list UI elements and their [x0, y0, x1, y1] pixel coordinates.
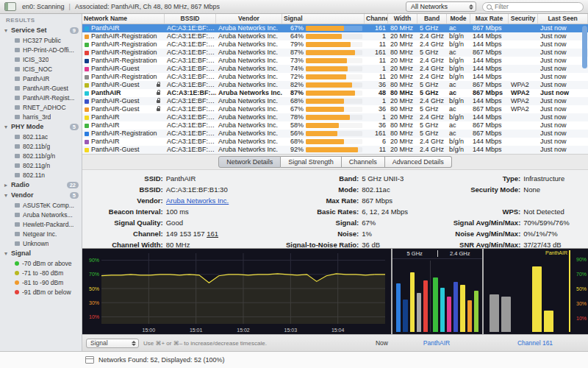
table-scrollbar[interactable] — [581, 24, 587, 154]
column-header-signal[interactable]: Signal — [282, 14, 365, 24]
detail-value: Aruba Networks Inc. — [166, 195, 264, 206]
svg-text:70%: 70% — [89, 272, 99, 277]
item-label: Netgear Inc. — [23, 230, 57, 238]
sidebar-group-radio[interactable]: ▸Radio22 — [0, 180, 82, 190]
disclosure-triangle-icon[interactable]: ▾ — [4, 27, 11, 34]
column-header-band[interactable]: Band — [417, 14, 447, 24]
disclosure-triangle-icon[interactable]: ▸ — [4, 182, 11, 188]
disclosure-triangle-icon[interactable]: ▾ — [4, 192, 11, 199]
signal-level-dot-icon — [15, 271, 19, 275]
sidebar-item-hewlett-packard[interactable]: Hewlett-Packard... — [0, 219, 82, 229]
toolbar-status: en0: Scanning|Associated: PanthAIR, Ch 4… — [22, 3, 220, 10]
sidebar-item-802-11b-g[interactable]: 802.11b/g — [0, 141, 82, 151]
sidebar-group-phy-mode[interactable]: ▾PHY Mode5 — [0, 121, 82, 132]
table-row[interactable]: PanthAIR-GuestAC:A3:1E:BF:…Aruba Network… — [82, 81, 588, 89]
sidebar-toggle-icon[interactable] — [4, 2, 16, 11]
sidebar-item-802-11ac[interactable]: 802.11ac — [0, 132, 82, 141]
table-row[interactable]: PanthAIRAC:A3:1E:BF:…Aruba Networks Inc.… — [82, 138, 588, 146]
sidebar-item-70-dbm-or-above[interactable]: -70 dBm or above — [0, 258, 82, 268]
network-color-swatch-icon — [85, 43, 89, 47]
disclosure-triangle-icon[interactable]: ▾ — [4, 124, 11, 130]
sidebar-item-802-11n[interactable]: 802.11n — [0, 170, 82, 180]
sidebar-item-aruba-networks[interactable]: Aruba Networks... — [0, 210, 82, 219]
table-view-icon[interactable] — [85, 356, 94, 364]
table-row[interactable]: PanthAIRAC:A3:1E:BF:…Aruba Networks Inc.… — [82, 113, 588, 121]
chart-mode-dropdown[interactable]: Signal — [86, 339, 139, 348]
table-row[interactable]: PanthAIR-GuestAC:A3:1E:BF:…Aruba Network… — [82, 105, 588, 113]
width-cell: 20 MHz — [388, 146, 417, 154]
sidebar-item-unknown[interactable]: Unknown — [0, 238, 82, 248]
detail-value: 37/27/43 dB — [523, 239, 584, 248]
column-header-bssid[interactable]: BSSID — [165, 14, 216, 24]
sidebar-group-service-set[interactable]: ▾Service Set9 — [0, 25, 82, 35]
table-row[interactable]: PanthAIRAC:A3:1E:BF:…Aruba Networks Inc.… — [82, 89, 588, 97]
sidebar-item-hc327-public[interactable]: HC327 Public — [0, 35, 82, 45]
mode-cell: ac — [447, 81, 470, 89]
table-row[interactable]: PanthAIR-RegistrationAC:A3:1E:BF:…Aruba … — [82, 130, 588, 138]
spectrum-bar — [453, 282, 458, 332]
table-row[interactable]: PanthAIR-GuestAC:A3:1E:BF:…Aruba Network… — [82, 97, 588, 105]
security-cell — [509, 130, 538, 138]
sidebar-item-harris-3rd[interactable]: harris_3rd — [0, 112, 82, 121]
now-label: Now — [376, 339, 391, 347]
signal-cell: 87% — [282, 49, 365, 57]
sidebar-item-81-to-90-dbm[interactable]: -81 to -90 dBm — [0, 277, 82, 287]
table-row[interactable]: PanthAIR-GuestAC:A3:1E:BF:…Aruba Network… — [82, 65, 588, 73]
scrollbar-thumb[interactable] — [582, 26, 587, 68]
filter-input[interactable] — [495, 3, 579, 10]
column-header-network-name[interactable]: Network Name — [82, 14, 165, 24]
column-header-channel[interactable]: Channel — [365, 14, 388, 24]
table-row[interactable]: PanthAIRAC:A3:1E:BF:…Aruba Networks Inc.… — [82, 121, 588, 130]
last-seen-cell: Just now — [538, 40, 588, 49]
filter-field[interactable] — [482, 2, 584, 12]
sidebar-item-802-11g-n[interactable]: 802.11g/n — [0, 160, 82, 170]
signal-cell: 68% — [282, 97, 365, 105]
sidebar-item-asustek-comp[interactable]: ASUSTeK Comp... — [0, 200, 82, 210]
mode-cell: b/g/n — [447, 40, 470, 49]
svg-text:50%: 50% — [89, 286, 99, 291]
sidebar-item-icis-320[interactable]: ICIS_320 — [0, 54, 82, 64]
sidebar-item-panthair-guest[interactable]: PanthAIR-Guest — [0, 83, 82, 93]
max-rate-cell: 867 Mbps — [470, 24, 509, 32]
table-row[interactable]: PanthAIRAC:A3:1E:BF:…Aruba Networks Inc.… — [82, 24, 588, 32]
interface-status: en0: Scanning — [22, 3, 65, 10]
table-row[interactable]: PanthAIR-GuestAC:A3:1E:BF:…Aruba Network… — [82, 146, 588, 154]
tab-channels[interactable]: Channels — [342, 156, 385, 168]
signal-percent: 78% — [284, 113, 304, 121]
mode-cell: b/g/n — [447, 146, 470, 154]
sidebar-item-panthair-regist[interactable]: PanthAIR-Regist... — [0, 93, 82, 102]
item-label: 802.11b/g/n — [23, 152, 55, 160]
sidebar-item-netgear-inc[interactable]: Netgear Inc. — [0, 229, 82, 238]
detail-value: 6, 12, 24 Mbps — [362, 206, 434, 217]
association-status: Associated: PanthAIR, Ch 48, 80 MHz, 867… — [75, 3, 220, 10]
sidebar-item-icis-noc[interactable]: ICIS_NOC — [0, 64, 82, 74]
column-header-security[interactable]: Security — [509, 14, 538, 24]
vendor-link[interactable]: Aruba Networks Inc. — [166, 197, 229, 205]
table-row[interactable]: PanthAIR-RegistrationAC:A3:1E:BF:…Aruba … — [82, 57, 588, 65]
sidebar-item-panthair[interactable]: PanthAIR — [0, 74, 82, 83]
sidebar-item-rnet-adhoc[interactable]: RNET_ADHOC — [0, 102, 82, 112]
sidebar-item-91-dbm-or-below[interactable]: -91 dBm or below — [0, 287, 82, 297]
sidebar-group-signal[interactable]: ▾Signal — [0, 248, 82, 258]
count-badge: 5 — [70, 124, 79, 130]
table-row[interactable]: PanthAIR-RegistrationAC:A3:1E:BF:…Aruba … — [82, 32, 588, 40]
tab-signal-strength[interactable]: Signal Strength — [281, 156, 342, 168]
disclosure-triangle-icon[interactable]: ▾ — [4, 250, 11, 257]
table-row[interactable]: PanthAIR-RegistrationAC:A3:1E:BF:…Aruba … — [82, 49, 588, 57]
column-header-last-seen[interactable]: Last Seen — [538, 14, 588, 24]
column-header-width[interactable]: Width — [388, 14, 417, 24]
column-header-vendor[interactable]: Vendor — [216, 14, 282, 24]
column-header-mode[interactable]: Mode — [447, 14, 470, 24]
tab-network-details[interactable]: Network Details — [218, 156, 281, 168]
sidebar-item-hp-print-ad-offi[interactable]: HP-Print-AD-Offi... — [0, 45, 82, 54]
sidebar-item-802-11b-g-n[interactable]: 802.11b/g/n — [0, 151, 82, 160]
table-row[interactable]: PanthAIR-RegistrationAC:A3:1E:BF:…Aruba … — [82, 73, 588, 81]
network-scope-dropdown[interactable]: All Networks — [406, 1, 476, 12]
sidebar: RESULTS ▾Service Set9HC327 PublicHP-Prin… — [0, 14, 82, 351]
sidebar-group-vendor[interactable]: ▾Vendor5 — [0, 190, 82, 200]
tab-advanced-details[interactable]: Advanced Details — [385, 156, 452, 168]
sidebar-item-71-to-80-dbm[interactable]: -71 to -80 dBm — [0, 268, 82, 277]
table-row[interactable]: PanthAIR-RegistrationAC:A3:1E:BF:…Aruba … — [82, 40, 588, 49]
lock-icon — [157, 108, 160, 111]
column-header-max-rate[interactable]: Max Rate — [470, 14, 509, 24]
